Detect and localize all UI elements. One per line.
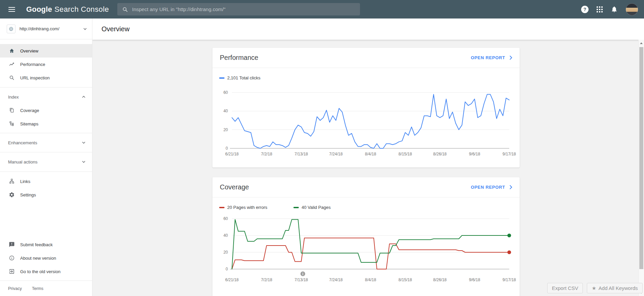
svg-text:7/13/18: 7/13/18 (294, 152, 308, 156)
open-report-label: OPEN REPORT (471, 185, 505, 190)
search-icon (122, 6, 128, 12)
svg-text:60: 60 (224, 216, 228, 221)
sidebar-item-label: Settings (20, 192, 36, 197)
svg-text:0: 0 (226, 146, 228, 151)
sidebar-item-label: About new version (20, 256, 56, 261)
help-icon[interactable]: ? (581, 6, 589, 13)
scrollbar-thumb[interactable] (639, 47, 643, 269)
chevron-right-icon (510, 56, 512, 60)
chevron-down-icon (82, 142, 85, 144)
sidebar-item-sitemaps[interactable]: Sitemaps (0, 117, 92, 131)
sidebar-item-submit-feedback[interactable]: Submit feedback (0, 238, 92, 251)
svg-text:6/21/18: 6/21/18 (225, 278, 239, 282)
svg-text:7/24/18: 7/24/18 (329, 278, 343, 282)
svg-text:9/17/18: 9/17/18 (502, 152, 516, 156)
page-header: Overview (92, 18, 644, 40)
top-app-bar: GoogleSearch Console ? (0, 0, 644, 18)
sidebar-item-coverage[interactable]: Coverage (0, 104, 92, 117)
apps-grid-icon[interactable] (597, 6, 603, 12)
svg-text:20: 20 (224, 250, 228, 255)
legend-label: 20 Pages with errors (227, 205, 267, 210)
coverage-legend: 20 Pages with errors 40 Valid Pages (219, 205, 331, 210)
coverage-chart: 02040606/21/187/2/187/13/187/24/188/4/18… (212, 211, 520, 290)
index-section: Index Coverage Sitemaps (0, 87, 92, 133)
svg-text:7/2/18: 7/2/18 (261, 152, 272, 156)
trending-up-icon (9, 61, 15, 67)
sidebar-footer-nav: Submit feedback About new version Go to … (0, 238, 92, 278)
terms-link[interactable]: Terms (32, 286, 43, 291)
info-icon (9, 255, 15, 261)
legend-label: 2,101 Total clicks (227, 75, 260, 80)
svg-text:7/2/18: 7/2/18 (261, 278, 272, 282)
keyword-tool-overlay: Export CSV ★ Add All Keywords (547, 283, 643, 293)
manual-actions-section: Manual actions (0, 152, 92, 172)
open-report-label: OPEN REPORT (471, 55, 505, 60)
coverage-card-header: Coverage OPEN REPORT (212, 177, 520, 197)
chevron-up-icon (82, 96, 85, 98)
sidebar-item-overview[interactable]: Overview (0, 44, 92, 58)
legend-total-clicks: 2,101 Total clicks (219, 75, 260, 80)
page-title: Overview (102, 25, 129, 33)
sidebar-item-label: Links (20, 179, 30, 184)
svg-text:7/13/18: 7/13/18 (294, 278, 308, 282)
svg-text:8/15/18: 8/15/18 (399, 278, 412, 282)
sidebar-item-links[interactable]: Links (0, 175, 92, 188)
search-icon (9, 75, 15, 81)
property-selector[interactable]: http://dinhtrang.com/ (0, 18, 92, 39)
export-csv-label: Export CSV (552, 285, 578, 291)
sidebar-item-label: Submit feedback (20, 242, 53, 247)
performance-card: Performance OPEN REPORT 2,101 Total clic… (212, 48, 520, 168)
privacy-link[interactable]: Privacy (8, 286, 22, 291)
scroll-up-arrow[interactable] (639, 40, 644, 46)
sidebar-item-label: Go to the old version (20, 269, 61, 274)
menu-icon[interactable] (8, 7, 15, 12)
legend-dash-blue (219, 77, 225, 79)
sidebar-item-label: Sitemaps (20, 121, 38, 126)
links-tree-icon (9, 178, 15, 184)
app-logo[interactable]: GoogleSearch Console (26, 5, 109, 14)
chevron-right-icon (510, 185, 512, 189)
exit-to-app-icon (9, 268, 15, 274)
sidebar-item-go-old-version[interactable]: Go to the old version (0, 265, 92, 278)
svg-text:0: 0 (226, 267, 228, 271)
svg-text:9/17/18: 9/17/18 (502, 278, 516, 282)
main-content: Performance OPEN REPORT 2,101 Total clic… (92, 40, 638, 296)
add-all-keywords-button[interactable]: ★ Add All Keywords (587, 283, 642, 293)
sidebar-item-url-inspection[interactable]: URL inspection (0, 71, 92, 84)
performance-open-report-link[interactable]: OPEN REPORT (471, 55, 512, 60)
svg-text:7/24/18: 7/24/18 (329, 152, 343, 156)
coverage-open-report-link[interactable]: OPEN REPORT (471, 185, 512, 190)
user-avatar[interactable] (626, 3, 638, 15)
notifications-bell-icon[interactable] (611, 6, 618, 13)
search-input[interactable] (132, 6, 355, 12)
sidebar-item-settings[interactable]: Settings (0, 188, 92, 201)
sidebar-item-about-new-version[interactable]: About new version (0, 251, 92, 265)
svg-text:8/15/18: 8/15/18 (399, 152, 412, 156)
url-inspection-searchbox[interactable] (117, 3, 360, 15)
svg-text:8/26/18: 8/26/18 (433, 152, 447, 156)
svg-text:40: 40 (224, 109, 228, 113)
logo-google: Google (26, 5, 52, 13)
property-url: http://dinhtrang.com/ (19, 26, 79, 31)
sidebar: http://dinhtrang.com/ Overview Performan… (0, 18, 92, 296)
svg-text:8/26/18: 8/26/18 (433, 278, 447, 282)
performance-legend: 2,101 Total clicks (219, 75, 260, 80)
legend-dash-green (293, 207, 299, 208)
section-header-manual-actions[interactable]: Manual actions (0, 155, 92, 169)
primary-nav: Overview Performance URL inspection (0, 39, 92, 87)
sidebar-item-performance[interactable]: Performance (0, 58, 92, 71)
svg-text:i: i (303, 272, 304, 276)
section-header-index[interactable]: Index (0, 90, 92, 104)
sidebar-item-label: URL inspection (20, 75, 50, 80)
export-csv-button[interactable]: Export CSV (547, 283, 583, 293)
card-title: Performance (220, 54, 258, 62)
svg-text:60: 60 (224, 90, 228, 95)
svg-text:40: 40 (224, 233, 228, 238)
enhancements-section: Enhancements (0, 133, 92, 152)
sidebar-item-label: Coverage (20, 108, 39, 113)
legend-dash-red (219, 207, 225, 208)
performance-card-header: Performance OPEN REPORT (212, 48, 520, 68)
svg-text:9/6/18: 9/6/18 (469, 152, 480, 156)
section-header-enhancements[interactable]: Enhancements (0, 136, 92, 149)
svg-text:6/21/18: 6/21/18 (225, 152, 239, 156)
